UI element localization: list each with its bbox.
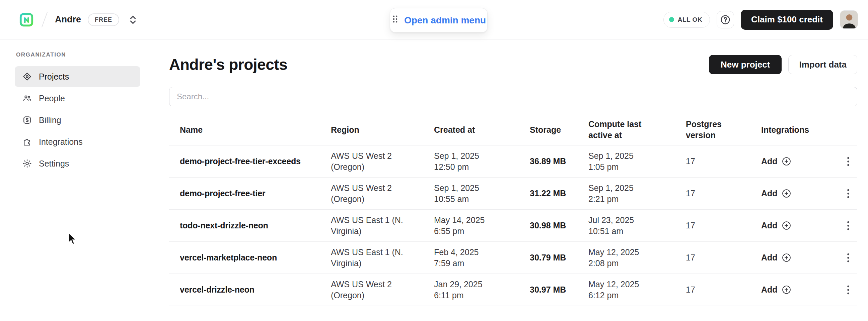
- status-badge[interactable]: ALL OK: [663, 12, 710, 28]
- project-postgres-version: 17: [686, 253, 761, 262]
- row-menu-button[interactable]: [841, 283, 856, 297]
- column-header-compute-last-active: Compute last active at: [588, 119, 686, 141]
- project-region: AWS US East 1 (N.Virginia): [331, 247, 434, 269]
- help-button[interactable]: [717, 11, 734, 28]
- column-header-postgres-version: Postgres version: [686, 119, 761, 141]
- project-region: AWS US West 2(Oregon): [331, 150, 434, 173]
- topbar-right: ALL OK Claim $100 credit: [663, 10, 858, 30]
- table-row[interactable]: demo-project-free-tier AWS US West 2(Ore…: [169, 178, 857, 210]
- sidebar: ORGANIZATION Projects People Billing: [0, 39, 150, 321]
- project-name: demo-project-free-tier-exceeds: [169, 156, 331, 166]
- main-content: Andre's projects New project Import data…: [150, 39, 868, 321]
- settings-icon: [22, 158, 32, 169]
- drag-handle-icon: [392, 14, 399, 27]
- project-storage: 31.22 MB: [530, 188, 588, 198]
- add-integration-button[interactable]: Add: [761, 285, 839, 295]
- project-compute-last-active: May 12, 20256:12 pm: [588, 279, 686, 301]
- row-menu-button[interactable]: [841, 154, 856, 169]
- column-header-created-at: Created at: [434, 124, 530, 135]
- project-name: todo-next-drizzle-neon: [169, 221, 331, 230]
- circle-plus-icon: [781, 220, 792, 231]
- user-avatar[interactable]: [840, 10, 858, 29]
- org-switcher[interactable]: Andre FREE: [55, 13, 137, 27]
- table-row[interactable]: todo-next-drizzle-neon AWS US East 1 (N.…: [169, 210, 857, 242]
- add-integration-button[interactable]: Add: [761, 220, 839, 231]
- project-region: AWS US West 2(Oregon): [331, 279, 434, 301]
- status-dot-icon: [669, 17, 674, 22]
- table-header-row: Name Region Created at Storage Compute l…: [169, 114, 857, 145]
- project-compute-last-active: Jul 23, 202510:51 am: [588, 215, 686, 237]
- project-compute-last-active: May 12, 20252:08 pm: [588, 247, 686, 269]
- kebab-menu-icon: [846, 220, 850, 232]
- org-name: Andre: [55, 14, 81, 25]
- project-created-at: Feb 4, 20257:59 am: [434, 247, 530, 269]
- claim-credit-button[interactable]: Claim $100 credit: [741, 10, 833, 30]
- add-integration-button[interactable]: Add: [761, 188, 839, 199]
- kebab-menu-icon: [846, 155, 850, 168]
- sidebar-item-integrations[interactable]: Integrations: [15, 132, 140, 152]
- admin-menu-label: Open admin menu: [404, 15, 486, 26]
- add-integration-button[interactable]: Add: [761, 156, 839, 167]
- circle-plus-icon: [781, 156, 792, 167]
- table-row[interactable]: demo-project-free-tier-exceeds AWS US We…: [169, 145, 857, 178]
- circle-plus-icon: [781, 285, 792, 295]
- project-postgres-version: 17: [686, 221, 761, 230]
- kebab-menu-icon: [846, 284, 850, 296]
- people-icon: [22, 93, 32, 103]
- project-postgres-version: 17: [686, 188, 761, 198]
- question-mark-icon: [720, 14, 731, 26]
- table-row[interactable]: vercel-drizzle-neon AWS US West 2(Oregon…: [169, 274, 857, 306]
- project-name: demo-project-free-tier: [169, 188, 331, 198]
- project-region: AWS US West 2(Oregon): [331, 183, 434, 205]
- project-created-at: Sep 1, 202510:55 am: [434, 183, 530, 205]
- sidebar-item-people[interactable]: People: [15, 88, 140, 109]
- project-name: vercel-marketplace-neon: [169, 253, 331, 262]
- sidebar-section-label: ORGANIZATION: [0, 51, 150, 58]
- table-row[interactable]: vercel-marketplace-neon AWS US East 1 (N…: [169, 242, 857, 274]
- sidebar-item-label: Integrations: [39, 137, 83, 147]
- column-header-integrations: Integrations: [761, 124, 839, 135]
- column-header-name: Name: [169, 124, 331, 135]
- import-data-button[interactable]: Import data: [788, 55, 857, 74]
- sidebar-item-projects[interactable]: Projects: [15, 66, 140, 87]
- status-label: ALL OK: [678, 16, 702, 24]
- sidebar-item-label: Billing: [39, 115, 61, 125]
- project-storage: 30.97 MB: [530, 285, 588, 294]
- search-input[interactable]: [169, 87, 857, 106]
- brand-area: Andre FREE: [19, 12, 137, 28]
- project-name: vercel-drizzle-neon: [169, 285, 331, 294]
- new-project-button[interactable]: New project: [709, 55, 782, 74]
- kebab-menu-icon: [846, 187, 850, 200]
- projects-icon: [22, 72, 32, 81]
- project-compute-last-active: Sep 1, 20252:21 pm: [588, 183, 686, 205]
- project-created-at: May 14, 20256:55 pm: [434, 215, 530, 237]
- topbar: Andre FREE Open admin menu ALL OK: [0, 0, 868, 39]
- sidebar-item-label: Projects: [39, 72, 69, 81]
- plan-badge: FREE: [88, 13, 119, 26]
- column-header-region: Region: [331, 124, 434, 135]
- kebab-menu-icon: [846, 252, 850, 264]
- project-storage: 30.98 MB: [530, 221, 588, 230]
- integrations-icon: [22, 137, 32, 147]
- sidebar-item-billing[interactable]: Billing: [15, 110, 140, 131]
- neon-logo-icon[interactable]: [19, 12, 34, 27]
- sidebar-item-settings[interactable]: Settings: [15, 153, 140, 174]
- page-title: Andre's projects: [169, 56, 287, 74]
- row-menu-button[interactable]: [841, 218, 856, 233]
- project-created-at: Jan 29, 20256:11 pm: [434, 279, 530, 301]
- circle-plus-icon: [781, 188, 792, 199]
- project-compute-last-active: Sep 1, 20251:05 pm: [588, 150, 686, 173]
- project-created-at: Sep 1, 202512:50 pm: [434, 150, 530, 173]
- project-region: AWS US East 1 (N.Virginia): [331, 215, 434, 237]
- projects-table: Name Region Created at Storage Compute l…: [169, 114, 857, 306]
- add-integration-button[interactable]: Add: [761, 252, 839, 263]
- open-admin-menu-button[interactable]: Open admin menu: [390, 8, 488, 32]
- row-menu-button[interactable]: [841, 250, 856, 265]
- project-storage: 30.79 MB: [530, 253, 588, 262]
- breadcrumb-slash: [41, 12, 48, 27]
- project-storage: 36.89 MB: [530, 156, 588, 166]
- chevron-up-down-icon[interactable]: [129, 13, 137, 27]
- row-menu-button[interactable]: [841, 186, 856, 201]
- project-postgres-version: 17: [686, 156, 761, 166]
- sidebar-item-label: People: [39, 94, 65, 103]
